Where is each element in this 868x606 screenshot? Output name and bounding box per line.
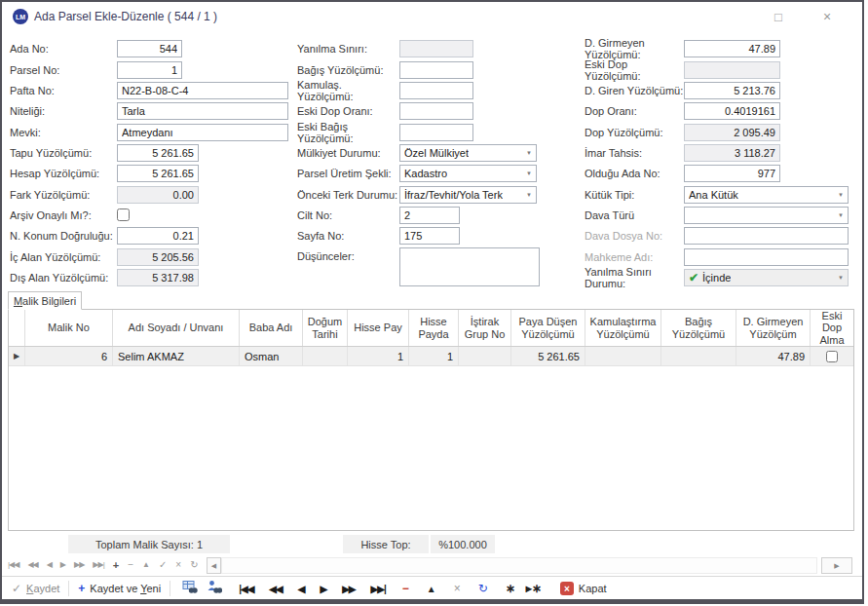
mulkiyet-durumu-label: Mülkiyet Durumu:	[297, 147, 399, 159]
pafta-no-input[interactable]	[117, 82, 288, 99]
mevki-input[interactable]	[117, 124, 288, 141]
d-giren-input[interactable]	[684, 82, 780, 99]
kaydet-ve-yeni-button[interactable]: + Kaydet ve Yeni	[72, 578, 167, 599]
col-baba-adi[interactable]: Baba Adı	[240, 310, 303, 346]
kapat-label: Kapat	[579, 583, 607, 594]
nav-post-button[interactable]: ✓	[159, 559, 167, 571]
delete-record-button[interactable]: −	[394, 582, 418, 595]
hesap-yuzolcumu-input[interactable]	[117, 165, 199, 182]
total-owners-status: Toplam Malik Sayısı: 1	[68, 535, 230, 553]
goto-new-record-button[interactable]: ▸∗	[524, 582, 550, 595]
field-yanilma-siniri: Yanılma Sınırı:	[297, 39, 473, 57]
col-bagis[interactable]: Bağış Yüzölçümü	[661, 310, 736, 346]
tab-malik-bilgileri[interactable]: Malik Bilgileri	[8, 291, 82, 310]
tapu-yuzolcumu-input[interactable]	[117, 144, 199, 162]
cilt-no-input[interactable]	[399, 207, 460, 224]
arsiv-onayli-checkbox[interactable]	[117, 208, 130, 221]
toolbar-prior-button[interactable]: ◀	[290, 584, 313, 594]
grid-navigator: |◀◀ ◀◀ ◀ ▶ ▶▶ ▶▶| + − ▲ ✓ × ↻ ◀ ▶	[2, 555, 862, 576]
dop-orani-input[interactable]	[684, 102, 780, 120]
field-ic-alan: İç Alan Yüzölçümü:	[10, 247, 199, 266]
parsel-uretim-select[interactable]: Kadastro▼	[399, 165, 537, 182]
field-parsel-no: Parsel No:	[10, 60, 182, 79]
col-eski-dop-alma[interactable]: Eski Dop Alma	[811, 310, 853, 346]
scroll-left-button[interactable]: ◀	[207, 557, 221, 574]
refresh-button[interactable]: ↻	[470, 582, 497, 595]
app-logo-icon: LM	[13, 9, 28, 24]
dis-alan-input	[117, 269, 199, 286]
nav-prior-page-button[interactable]: ◀◀	[27, 559, 37, 571]
kutuk-tipi-select[interactable]: Ana Kütük▼	[684, 186, 849, 204]
field-dop-orani: Dop Oranı:	[585, 101, 780, 120]
nav-cancel-button[interactable]: ×	[175, 559, 181, 571]
toolbar-next-page-button[interactable]: ▶▶	[334, 584, 362, 594]
bagis-yuzolcumu-input[interactable]	[399, 61, 473, 79]
col-kamulastirma[interactable]: Kamulaştırma Yüzölçümü	[585, 310, 661, 346]
d-girmeyen-input[interactable]	[684, 40, 780, 57]
nav-last-button[interactable]: ▶▶|	[93, 559, 103, 571]
kapat-button[interactable]: × Kapat	[554, 578, 613, 599]
toolbar-first-button[interactable]: |◀◀	[231, 584, 261, 594]
close-button[interactable]: ×	[813, 8, 841, 25]
cell-hisse-pay: 1	[348, 347, 409, 365]
dava-turu-select[interactable]: ▼	[684, 207, 849, 224]
field-dop-yuzolcumu: Dop Yüzölçümü:	[585, 123, 780, 141]
nav-insert-button[interactable]: +	[113, 559, 119, 571]
onceki-terk-select[interactable]: İfraz/Tevhit/Yola Terk▼	[399, 186, 537, 204]
edit-record-button[interactable]: ▲	[418, 584, 445, 594]
cell-malik-no: 6	[25, 347, 113, 365]
eski-dop-orani-input[interactable]	[399, 102, 473, 120]
person-search-icon[interactable]	[207, 580, 231, 597]
col-hisse-pay[interactable]: Hisse Pay	[348, 310, 409, 346]
nav-next-button[interactable]: ▶	[60, 559, 65, 571]
konum-dogrulugu-input[interactable]	[117, 227, 199, 245]
chevron-down-icon: ▼	[838, 212, 844, 218]
ada-no-input[interactable]	[117, 40, 182, 57]
nav-refresh-button[interactable]: ↻	[190, 559, 198, 571]
yanilma-durumu-select: ✔İçinde▼	[684, 269, 849, 286]
parsel-no-input[interactable]	[117, 61, 182, 79]
horizontal-scrollbar-track[interactable]	[221, 557, 817, 574]
nav-delete-button[interactable]: −	[128, 559, 133, 571]
col-istirak-grup-no[interactable]: İştirak Grup No	[459, 310, 511, 346]
niteligi-input[interactable]	[117, 102, 288, 120]
row-selector-icon: ▶	[9, 347, 25, 365]
toolbar-next-button[interactable]: ▶	[312, 584, 334, 594]
konum-dogrulugu-label: N. Konum Doğruluğu:	[10, 230, 117, 242]
kutuk-tipi-label: Kütük Tipi:	[585, 189, 684, 201]
nav-first-button[interactable]: |◀◀	[8, 559, 19, 571]
sayfa-no-input[interactable]	[399, 227, 460, 245]
cell-dogum-tarihi	[303, 347, 348, 365]
maximize-button[interactable]: □	[765, 8, 792, 25]
field-kutuk-tipi: Kütük Tipi: Ana Kütük▼	[585, 185, 849, 204]
eski-bagis-input[interactable]	[399, 124, 473, 141]
col-d-girmeyen[interactable]: D. Girmeyen Yüzölçüm	[736, 310, 811, 346]
col-paya-dusen[interactable]: Paya Düşen Yüzölçümü	[511, 310, 585, 346]
mulkiyet-durumu-select[interactable]: Özel Mülkiyet▼	[399, 144, 537, 162]
toolbar-last-button[interactable]: ▶▶|	[363, 584, 394, 594]
onceki-terk-value: İfraz/Tevhit/Yola Terk	[404, 189, 503, 201]
grid-search-icon[interactable]	[173, 580, 207, 597]
table-row[interactable]: ▶ 6 Selim AKMAZ Osman 1 1 5 261.65 47.89	[9, 347, 853, 366]
kaydet-button[interactable]: ✓ Kaydet	[6, 578, 65, 599]
eski-dop-alma-checkbox[interactable]	[826, 351, 838, 362]
scroll-right-button[interactable]: ▶	[821, 557, 852, 574]
yanilma-siniri-input	[399, 40, 473, 57]
dusunceler-textarea[interactable]	[399, 247, 540, 286]
col-malik-no[interactable]: Malik No	[25, 310, 113, 346]
nav-prior-button[interactable]: ◀	[47, 559, 52, 571]
new-record-button[interactable]: ∗	[497, 582, 524, 595]
oldugu-ada-no-input[interactable]	[684, 165, 780, 182]
nav-next-page-button[interactable]: ▶▶	[74, 559, 84, 571]
toolbar-prior-page-button[interactable]: ◀◀	[261, 584, 289, 594]
cancel-edit-button[interactable]: ×	[445, 582, 470, 595]
kamulas-yuzolcumu-input[interactable]	[399, 82, 473, 99]
ic-alan-input	[117, 248, 199, 266]
tab-label: Malik Bilgileri	[14, 295, 76, 307]
mahkeme-adi-input[interactable]	[684, 248, 849, 266]
col-dogum-tarihi[interactable]: Doğum Tarihi	[303, 310, 348, 346]
dava-dosya-no-input[interactable]	[684, 227, 849, 245]
col-adi-soyadi[interactable]: Adı Soyadı / Unvanı	[113, 310, 240, 346]
nav-edit-button[interactable]: ▲	[142, 559, 150, 571]
col-hisse-payda[interactable]: Hisse Payda	[409, 310, 459, 346]
